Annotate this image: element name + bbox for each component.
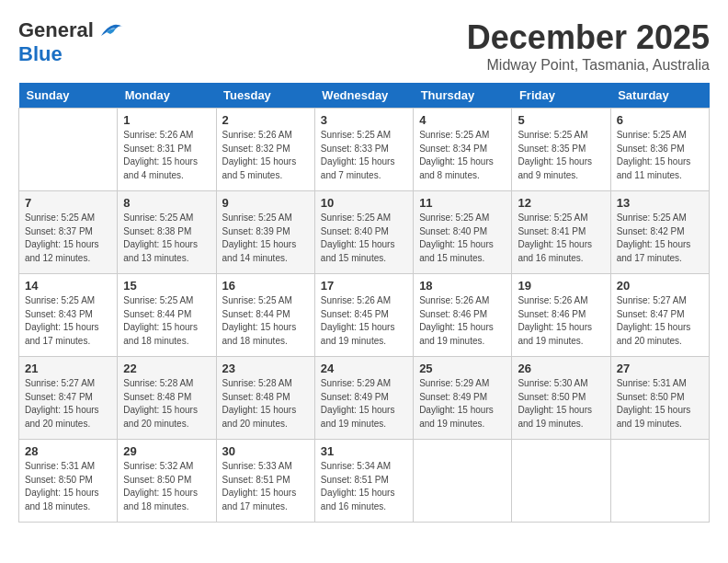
calendar-cell: 19Sunrise: 5:26 AMSunset: 8:46 PMDayligh… <box>512 274 610 357</box>
day-number: 29 <box>123 444 210 458</box>
cell-info: Sunrise: 5:25 AMSunset: 8:35 PMDaylight:… <box>518 129 604 182</box>
day-number: 21 <box>25 362 111 375</box>
cell-info: Sunrise: 5:27 AMSunset: 8:47 PMDaylight:… <box>25 377 111 431</box>
day-number: 14 <box>25 279 111 293</box>
day-number: 3 <box>321 113 407 127</box>
cell-info: Sunrise: 5:25 AMSunset: 8:43 PMDaylight:… <box>25 294 111 348</box>
calendar-week-row: 7Sunrise: 5:25 AMSunset: 8:37 PMDaylight… <box>19 191 710 274</box>
cell-info: Sunrise: 5:25 AMSunset: 8:36 PMDaylight:… <box>617 129 703 182</box>
calendar-cell: 2Sunrise: 5:26 AMSunset: 8:32 PMDaylight… <box>216 109 314 191</box>
calendar-cell: 8Sunrise: 5:25 AMSunset: 8:38 PMDaylight… <box>118 191 216 274</box>
header-day-friday: Friday <box>512 83 610 109</box>
calendar-cell: 31Sunrise: 5:34 AMSunset: 8:51 PMDayligh… <box>314 440 413 523</box>
calendar-cell: 25Sunrise: 5:29 AMSunset: 8:49 PMDayligh… <box>414 357 512 440</box>
day-number: 27 <box>617 362 703 375</box>
calendar-cell <box>414 440 512 523</box>
calendar-cell: 17Sunrise: 5:26 AMSunset: 8:45 PMDayligh… <box>314 274 413 357</box>
day-number: 10 <box>321 196 407 210</box>
day-number: 5 <box>518 113 604 127</box>
calendar-cell: 7Sunrise: 5:25 AMSunset: 8:37 PMDaylight… <box>19 191 118 274</box>
cell-info: Sunrise: 5:28 AMSunset: 8:48 PMDaylight:… <box>123 377 210 431</box>
calendar-cell <box>610 440 709 523</box>
header-day-wednesday: Wednesday <box>314 83 413 109</box>
logo-blue-text: Blue <box>18 42 63 66</box>
header-day-tuesday: Tuesday <box>216 83 314 109</box>
calendar-table: SundayMondayTuesdayWednesdayThursdayFrid… <box>18 83 710 523</box>
day-number: 6 <box>617 113 703 127</box>
calendar-cell: 13Sunrise: 5:25 AMSunset: 8:42 PMDayligh… <box>610 191 709 274</box>
calendar-cell: 18Sunrise: 5:26 AMSunset: 8:46 PMDayligh… <box>414 274 512 357</box>
cell-info: Sunrise: 5:31 AMSunset: 8:50 PMDaylight:… <box>617 377 703 431</box>
cell-info: Sunrise: 5:25 AMSunset: 8:40 PMDaylight:… <box>419 212 506 265</box>
day-number: 1 <box>123 113 210 127</box>
calendar-cell: 5Sunrise: 5:25 AMSunset: 8:35 PMDaylight… <box>512 109 610 191</box>
cell-info: Sunrise: 5:32 AMSunset: 8:50 PMDaylight:… <box>123 460 210 513</box>
calendar-cell: 26Sunrise: 5:30 AMSunset: 8:50 PMDayligh… <box>512 357 610 440</box>
day-number: 18 <box>419 279 506 293</box>
header-day-saturday: Saturday <box>610 83 709 109</box>
day-number: 11 <box>419 196 506 210</box>
cell-info: Sunrise: 5:25 AMSunset: 8:34 PMDaylight:… <box>419 129 506 182</box>
logo-general-text: General <box>18 18 94 42</box>
day-number: 31 <box>321 444 407 458</box>
cell-info: Sunrise: 5:25 AMSunset: 8:44 PMDaylight:… <box>222 294 309 348</box>
calendar-cell <box>512 440 610 523</box>
calendar-cell: 27Sunrise: 5:31 AMSunset: 8:50 PMDayligh… <box>610 357 709 440</box>
logo: General Blue <box>18 18 125 66</box>
cell-info: Sunrise: 5:31 AMSunset: 8:50 PMDaylight:… <box>25 460 111 513</box>
calendar-cell <box>19 109 118 191</box>
cell-info: Sunrise: 5:27 AMSunset: 8:47 PMDaylight:… <box>617 294 703 348</box>
calendar-cell: 3Sunrise: 5:25 AMSunset: 8:33 PMDaylight… <box>314 109 413 191</box>
day-number: 4 <box>419 113 506 127</box>
cell-info: Sunrise: 5:28 AMSunset: 8:48 PMDaylight:… <box>222 377 309 431</box>
calendar-cell: 21Sunrise: 5:27 AMSunset: 8:47 PMDayligh… <box>19 357 118 440</box>
calendar-cell: 22Sunrise: 5:28 AMSunset: 8:48 PMDayligh… <box>118 357 216 440</box>
day-number: 12 <box>518 196 604 210</box>
day-number: 16 <box>222 279 309 293</box>
day-number: 24 <box>321 362 407 375</box>
cell-info: Sunrise: 5:26 AMSunset: 8:46 PMDaylight:… <box>518 294 604 348</box>
day-number: 20 <box>617 279 703 293</box>
cell-info: Sunrise: 5:26 AMSunset: 8:46 PMDaylight:… <box>419 294 506 348</box>
cell-info: Sunrise: 5:25 AMSunset: 8:40 PMDaylight:… <box>321 212 407 265</box>
calendar-cell: 11Sunrise: 5:25 AMSunset: 8:40 PMDayligh… <box>414 191 512 274</box>
calendar-week-row: 1Sunrise: 5:26 AMSunset: 8:31 PMDaylight… <box>19 109 710 191</box>
logo-bird-icon <box>97 19 125 41</box>
cell-info: Sunrise: 5:26 AMSunset: 8:32 PMDaylight:… <box>222 129 309 182</box>
calendar-cell: 20Sunrise: 5:27 AMSunset: 8:47 PMDayligh… <box>610 274 709 357</box>
day-number: 30 <box>222 444 309 458</box>
day-number: 23 <box>222 362 309 375</box>
cell-info: Sunrise: 5:33 AMSunset: 8:51 PMDaylight:… <box>222 460 309 513</box>
cell-info: Sunrise: 5:29 AMSunset: 8:49 PMDaylight:… <box>419 377 506 431</box>
calendar-cell: 1Sunrise: 5:26 AMSunset: 8:31 PMDaylight… <box>118 109 216 191</box>
cell-info: Sunrise: 5:34 AMSunset: 8:51 PMDaylight:… <box>321 460 407 513</box>
day-number: 15 <box>123 279 210 293</box>
calendar-cell: 24Sunrise: 5:29 AMSunset: 8:49 PMDayligh… <box>314 357 413 440</box>
calendar-cell: 14Sunrise: 5:25 AMSunset: 8:43 PMDayligh… <box>19 274 118 357</box>
cell-info: Sunrise: 5:25 AMSunset: 8:37 PMDaylight:… <box>25 212 111 265</box>
day-number: 26 <box>518 362 604 375</box>
day-number: 9 <box>222 196 309 210</box>
day-number: 7 <box>25 196 111 210</box>
day-number: 22 <box>123 362 210 375</box>
day-number: 28 <box>25 444 111 458</box>
header-day-sunday: Sunday <box>19 83 118 109</box>
cell-info: Sunrise: 5:25 AMSunset: 8:41 PMDaylight:… <box>518 212 604 265</box>
calendar-cell: 4Sunrise: 5:25 AMSunset: 8:34 PMDaylight… <box>414 109 512 191</box>
calendar-cell: 15Sunrise: 5:25 AMSunset: 8:44 PMDayligh… <box>118 274 216 357</box>
title-section: December 2025 Midway Point, Tasmania, Au… <box>467 18 710 74</box>
cell-info: Sunrise: 5:25 AMSunset: 8:42 PMDaylight:… <box>617 212 703 265</box>
location-text: Midway Point, Tasmania, Australia <box>467 57 710 74</box>
cell-info: Sunrise: 5:30 AMSunset: 8:50 PMDaylight:… <box>518 377 604 431</box>
calendar-cell: 23Sunrise: 5:28 AMSunset: 8:48 PMDayligh… <box>216 357 314 440</box>
cell-info: Sunrise: 5:25 AMSunset: 8:38 PMDaylight:… <box>123 212 210 265</box>
calendar-cell: 28Sunrise: 5:31 AMSunset: 8:50 PMDayligh… <box>19 440 118 523</box>
page-header: General Blue December 2025 Midway Point,… <box>18 18 710 74</box>
cell-info: Sunrise: 5:26 AMSunset: 8:45 PMDaylight:… <box>321 294 407 348</box>
cell-info: Sunrise: 5:25 AMSunset: 8:33 PMDaylight:… <box>321 129 407 182</box>
day-number: 13 <box>617 196 703 210</box>
day-number: 2 <box>222 113 309 127</box>
day-number: 25 <box>419 362 506 375</box>
calendar-cell: 12Sunrise: 5:25 AMSunset: 8:41 PMDayligh… <box>512 191 610 274</box>
calendar-week-row: 28Sunrise: 5:31 AMSunset: 8:50 PMDayligh… <box>19 440 710 523</box>
